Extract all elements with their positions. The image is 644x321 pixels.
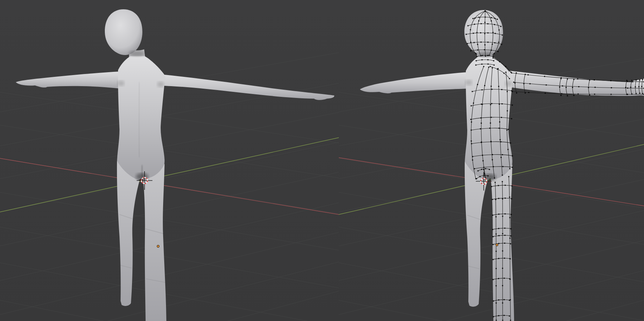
mesh-vertex[interactable] xyxy=(498,86,499,87)
mesh-vertex[interactable] xyxy=(562,85,563,87)
mesh-vertex[interactable] xyxy=(493,58,494,59)
mesh-vertex[interactable] xyxy=(491,50,492,51)
mesh-vertex[interactable] xyxy=(491,20,492,21)
mesh-vertex[interactable] xyxy=(491,186,492,187)
mesh-vertex[interactable] xyxy=(472,156,473,157)
mesh-vertex[interactable] xyxy=(471,122,472,123)
mesh-vertex[interactable] xyxy=(502,198,503,199)
mesh-vertex[interactable] xyxy=(489,169,490,170)
mesh-vertex[interactable] xyxy=(498,258,499,259)
mesh-vertex[interactable] xyxy=(561,93,562,94)
mesh-vertex[interactable] xyxy=(480,128,481,129)
mesh-vertex[interactable] xyxy=(642,93,643,94)
mesh-vertex[interactable] xyxy=(470,119,472,120)
mesh-vertex[interactable] xyxy=(492,229,493,230)
mesh-vertex[interactable] xyxy=(528,74,529,75)
mesh-vertex[interactable] xyxy=(509,316,510,317)
viewport-canvas[interactable] xyxy=(0,0,644,321)
mesh-vertex[interactable] xyxy=(484,44,486,45)
mesh-vertex[interactable] xyxy=(561,78,562,79)
mesh-vertex[interactable] xyxy=(631,80,633,81)
mesh-vertex[interactable] xyxy=(627,88,628,89)
mesh-vertex[interactable] xyxy=(477,56,478,57)
mesh-vertex[interactable] xyxy=(481,104,482,105)
mesh-vertex[interactable] xyxy=(525,93,526,94)
mesh-vertex[interactable] xyxy=(512,91,513,92)
mesh-vertex[interactable] xyxy=(483,167,484,168)
mesh-vertex[interactable] xyxy=(523,83,525,84)
mesh-vertex[interactable] xyxy=(507,110,508,112)
mesh-vertex[interactable] xyxy=(578,86,579,87)
mesh-vertex[interactable] xyxy=(504,235,506,236)
right-leg-shaded[interactable] xyxy=(143,164,166,321)
mesh-vertex[interactable] xyxy=(509,168,511,169)
mesh-vertex[interactable] xyxy=(496,285,497,286)
mesh-vertex[interactable] xyxy=(477,84,478,85)
mesh-vertex[interactable] xyxy=(509,278,511,280)
torso-shaded[interactable] xyxy=(117,56,166,181)
mesh-vertex[interactable] xyxy=(484,85,485,86)
mesh-vertex[interactable] xyxy=(498,315,499,316)
mesh-vertex[interactable] xyxy=(485,11,486,12)
mesh-vertex[interactable] xyxy=(494,65,495,66)
mesh-vertex[interactable] xyxy=(496,268,497,269)
mesh-vertex[interactable] xyxy=(638,86,639,87)
mesh-vertex[interactable] xyxy=(512,167,513,168)
mesh-vertex[interactable] xyxy=(504,315,505,316)
mesh-vertex[interactable] xyxy=(474,18,475,19)
mesh-vertex[interactable] xyxy=(480,55,482,56)
mesh-vertex[interactable] xyxy=(470,50,472,51)
mesh-vertex[interactable] xyxy=(488,176,489,177)
mesh-vertex[interactable] xyxy=(484,173,485,174)
mesh-vertex[interactable] xyxy=(516,93,517,94)
mesh-vertex[interactable] xyxy=(502,154,503,155)
mesh-vertex[interactable] xyxy=(504,299,505,300)
mesh-vertex[interactable] xyxy=(504,228,506,229)
mesh-vertex[interactable] xyxy=(504,278,505,279)
mesh-vertex[interactable] xyxy=(642,79,643,80)
mesh-vertex[interactable] xyxy=(483,66,484,67)
mesh-vertex[interactable] xyxy=(477,49,478,50)
mesh-vertex[interactable] xyxy=(499,61,500,62)
mesh-vertex[interactable] xyxy=(511,73,512,74)
mesh-vertex[interactable] xyxy=(559,87,560,88)
mesh-vertex[interactable] xyxy=(501,44,502,45)
mesh-vertex[interactable] xyxy=(470,42,471,43)
mesh-vertex[interactable] xyxy=(501,26,502,27)
mesh-vertex[interactable] xyxy=(589,95,590,96)
mesh-vertex[interactable] xyxy=(493,60,494,61)
mesh-vertex[interactable] xyxy=(474,42,475,43)
mesh-vertex[interactable] xyxy=(502,285,503,286)
mesh-vertex[interactable] xyxy=(496,320,497,321)
mesh-vertex[interactable] xyxy=(507,130,508,131)
mesh-vertex[interactable] xyxy=(502,181,503,182)
mesh-vertex[interactable] xyxy=(544,76,545,77)
mesh-vertex[interactable] xyxy=(508,176,509,177)
mesh-vertex[interactable] xyxy=(496,302,497,303)
mesh-vertex[interactable] xyxy=(491,103,492,104)
mesh-vertex[interactable] xyxy=(509,78,510,79)
mesh-vertex[interactable] xyxy=(477,32,478,33)
mesh-vertex[interactable] xyxy=(630,87,631,88)
mesh-vertex[interactable] xyxy=(488,67,489,68)
mesh-vertex[interactable] xyxy=(474,24,475,25)
mesh-vertex[interactable] xyxy=(502,216,503,217)
mesh-vertex[interactable] xyxy=(485,56,486,57)
mesh-vertex[interactable] xyxy=(496,233,497,234)
mesh-vertex[interactable] xyxy=(503,73,504,74)
mesh-vertex[interactable] xyxy=(498,235,499,236)
mesh-vertex[interactable] xyxy=(511,236,512,237)
mesh-vertex[interactable] xyxy=(594,94,595,95)
mesh-vertex[interactable] xyxy=(493,236,494,237)
mesh-vertex[interactable] xyxy=(502,302,503,303)
mesh-vertex[interactable] xyxy=(511,118,512,119)
mesh-vertex[interactable] xyxy=(511,228,512,229)
mesh-vertex[interactable] xyxy=(636,80,637,81)
mesh-vertex[interactable] xyxy=(482,104,483,105)
mesh-vertex[interactable] xyxy=(485,16,486,18)
mesh-vertex[interactable] xyxy=(574,79,575,80)
mesh-vertex[interactable] xyxy=(481,169,482,170)
mesh-vertex[interactable] xyxy=(495,199,496,200)
mesh-vertex[interactable] xyxy=(491,17,492,18)
mesh-vertex[interactable] xyxy=(577,78,578,79)
